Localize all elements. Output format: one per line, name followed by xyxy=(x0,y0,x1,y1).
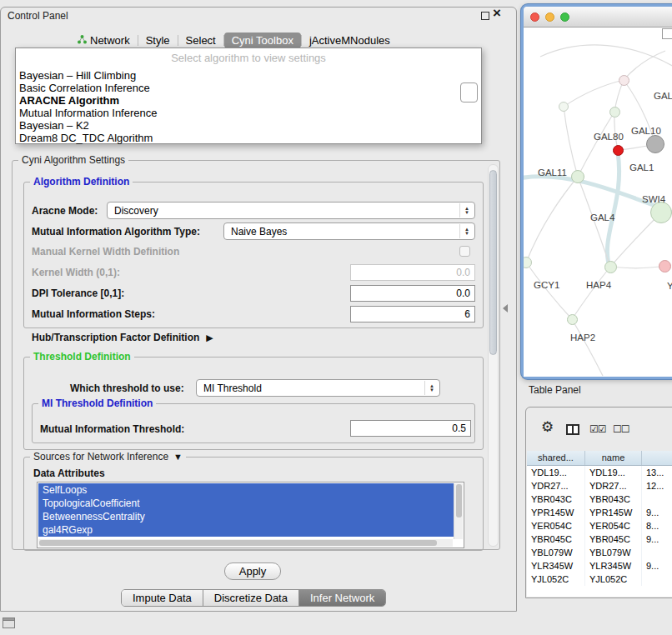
expand-arrow-icon[interactable]: ▶ xyxy=(206,332,213,343)
list-vertical-scrollbar[interactable] xyxy=(454,483,463,539)
mi-threshold-field[interactable] xyxy=(350,420,471,437)
algorithm-option-bayesian-hill-climbing[interactable]: Bayesian – Hill Climbing xyxy=(16,69,481,82)
node-label-gal1: GAL1 xyxy=(629,162,654,172)
table-panel-title: Table Panel xyxy=(529,384,581,396)
attribute-item-selfloops[interactable]: SelfLoops xyxy=(38,483,454,497)
float-panel-button[interactable] xyxy=(481,12,489,20)
mi-algorithm-type-select[interactable]: Naive Bayes ▲▼ xyxy=(223,222,475,240)
table-cell: YBR045C xyxy=(527,532,585,546)
node-label-hap2: HAP2 xyxy=(570,332,595,342)
panel-splitter-handle[interactable] xyxy=(503,304,508,312)
close-panel-icon[interactable]: × xyxy=(493,6,501,21)
which-threshold-label: Which threshold to use: xyxy=(70,382,184,395)
threshold-definition-title: Threshold Definition xyxy=(30,351,134,362)
column-header-2[interactable] xyxy=(642,451,672,465)
attribute-item-gal4rgexp[interactable]: gal4RGexp xyxy=(38,523,454,537)
attribute-item-betweennesscentrality[interactable]: BetweennessCentrality xyxy=(38,510,454,523)
table-cell: 9... xyxy=(642,506,672,519)
table-row[interactable]: YDL19...YDL19...13... xyxy=(527,466,672,479)
close-window-button[interactable] xyxy=(530,12,539,22)
column-header-1[interactable]: name xyxy=(585,451,642,465)
table-row[interactable]: YER054CYER054C8... xyxy=(527,519,672,532)
table-cell: 9... xyxy=(642,559,672,572)
which-threshold-select[interactable]: MI Threshold ▲▼ xyxy=(196,379,440,397)
network-node[interactable] xyxy=(571,170,584,183)
hide-columns-icon[interactable]: ☐☐ xyxy=(613,423,629,435)
tab-style[interactable]: Style xyxy=(138,32,178,48)
zoom-window-button[interactable] xyxy=(560,12,569,22)
attribute-item-topologicalcoefficient[interactable]: TopologicalCoefficient xyxy=(38,497,454,510)
bottom-tab-discretize-data[interactable]: Discretize Data xyxy=(203,590,298,606)
bottom-tab-infer-network[interactable]: Infer Network xyxy=(298,590,385,606)
tab-network[interactable]: Network xyxy=(70,32,138,48)
algorithm-option-basic-correlation-inference[interactable]: Basic Correlation Inference xyxy=(16,82,481,94)
dpi-tolerance-label: DPI Tolerance [0,1]: xyxy=(32,288,124,300)
which-threshold-value: MI Threshold xyxy=(203,382,262,394)
tab-cyni-toolbox[interactable]: Cyni Toolbox xyxy=(224,32,301,48)
table-cell: YBR045C xyxy=(585,532,642,546)
table-row[interactable]: YJL052CYJL052C xyxy=(527,572,672,586)
dpi-tolerance-field[interactable] xyxy=(350,285,475,302)
manual-kernel-width-checkbox[interactable] xyxy=(459,246,470,257)
list-horizontal-scrollbar[interactable] xyxy=(38,539,453,547)
network-canvas[interactable]: GALGAL80GAL10GAL11GAL1SWI4GAL4GCY1HAP4YH… xyxy=(524,28,672,377)
red-node-gal10[interactable] xyxy=(613,145,624,156)
algorithm-option-dream8-dc-tdc-algorithm[interactable]: Dream8 DC_TDC Algorithm xyxy=(16,132,481,144)
gray-node[interactable] xyxy=(646,135,664,153)
hub-definition-label: Hub/Transcription Factor Definition xyxy=(32,332,199,344)
table-row[interactable]: YBL079WYBL079W xyxy=(527,546,672,559)
scrollbar-thumb[interactable] xyxy=(489,170,497,355)
mi-algorithm-type-label: Mutual Information Algorithm Type: xyxy=(32,226,200,238)
algorithm-option-mutual-information-inference[interactable]: Mutual Information Inference xyxy=(16,107,481,119)
mi-algorithm-type-value: Naive Bayes xyxy=(231,226,287,238)
table-cell xyxy=(642,546,672,559)
table-row[interactable]: YBR043CYBR043C xyxy=(527,492,672,506)
mi-steps-field[interactable] xyxy=(350,306,475,322)
node-label-gal10: GAL10 xyxy=(631,126,661,136)
algorithm-options: Bayesian – Hill ClimbingBasic Correlatio… xyxy=(16,69,481,144)
bottom-tab-impute-data[interactable]: Impute Data xyxy=(122,590,203,606)
data-attributes-list[interactable]: SelfLoopsTopologicalCoefficientBetweenne… xyxy=(37,482,464,548)
minimize-window-button[interactable] xyxy=(545,12,554,22)
pink-node[interactable] xyxy=(659,260,671,272)
algorithm-dropdown-popup: Select algorithm to view settings Bayesi… xyxy=(15,48,482,144)
aracne-mode-select[interactable]: Discovery ▲▼ xyxy=(107,202,475,219)
hub-definition-section[interactable]: Hub/Transcription Factor Definition ▶ xyxy=(32,332,213,344)
table-cell: YLR345W xyxy=(585,559,642,572)
columns-icon[interactable] xyxy=(566,424,579,435)
table-cell: YER054C xyxy=(527,519,585,532)
birdseye-box xyxy=(662,28,672,39)
settings-scrollbar[interactable] xyxy=(488,164,499,547)
collapse-arrow-icon[interactable]: ▼ xyxy=(173,452,183,462)
table-cell: YBR043C xyxy=(585,492,642,506)
network-window-titlebar[interactable] xyxy=(524,7,672,28)
tab-jactivemnodules[interactable]: jActiveMNodules xyxy=(302,32,398,48)
table-row[interactable]: YPR145WYPR145W9... xyxy=(527,506,672,519)
algorithm-option-aracne-algorithm[interactable]: ARACNE Algorithm xyxy=(16,94,481,107)
kernel-width-field[interactable] xyxy=(350,264,475,281)
network-node[interactable] xyxy=(619,75,629,86)
scrollbar-thumb[interactable] xyxy=(456,484,462,518)
column-header-0[interactable]: shared... xyxy=(527,451,585,465)
apply-button[interactable]: Apply xyxy=(224,562,281,580)
algorithm-option-bayesian-k2[interactable]: Bayesian – K2 xyxy=(16,119,481,132)
network-node[interactable] xyxy=(559,102,569,112)
network-node[interactable] xyxy=(604,261,617,273)
panel-dock-icon[interactable] xyxy=(3,618,15,628)
kernel-width-label: Kernel Width (0,1): xyxy=(32,267,120,279)
sources-group-title[interactable]: Sources for Network Inference ▼ xyxy=(30,451,186,462)
scrollbar-thumb[interactable] xyxy=(39,540,437,546)
tab-select[interactable]: Select xyxy=(178,32,223,48)
gear-icon[interactable]: ⚙ xyxy=(541,420,554,435)
spinner-arrows-icon: ▲▼ xyxy=(424,381,439,395)
show-columns-icon[interactable]: ☑☑ xyxy=(589,423,606,435)
network-node[interactable] xyxy=(650,202,672,223)
node-label-hap4: HAP4 xyxy=(586,280,611,290)
network-node[interactable] xyxy=(609,107,620,118)
node-label-y: Y xyxy=(667,281,672,291)
network-node[interactable] xyxy=(567,314,578,325)
table-row[interactable]: YBR045CYBR045C9... xyxy=(527,532,672,546)
node-label-gal80: GAL80 xyxy=(594,132,624,142)
table-row[interactable]: YDR27...YDR27...12... xyxy=(527,479,672,492)
table-row[interactable]: YLR345WYLR345W9... xyxy=(527,559,672,572)
